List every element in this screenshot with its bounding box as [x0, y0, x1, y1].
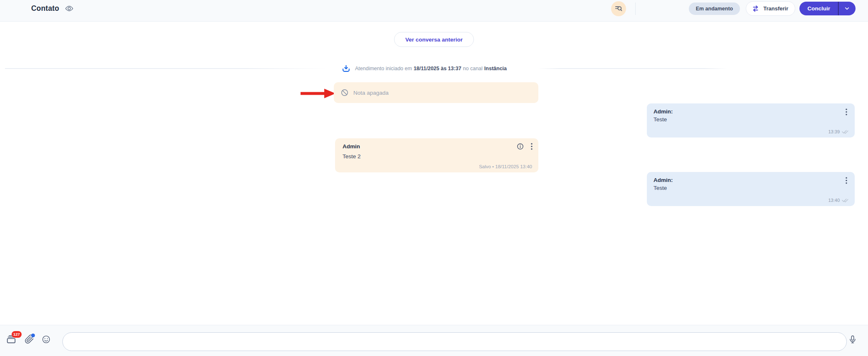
- conclude-button[interactable]: Concluir: [799, 2, 838, 15]
- kebab-icon: [846, 177, 847, 184]
- message-meta: 13:39: [828, 129, 849, 134]
- microphone-icon: [848, 334, 857, 345]
- record-audio-button[interactable]: [848, 334, 857, 345]
- message-composer: 127: [0, 325, 868, 356]
- header-divider: [635, 2, 636, 15]
- system-event-prefix: Atendimento iniciado em: [355, 66, 412, 71]
- conversation-started-icon: [342, 64, 350, 73]
- kebab-icon: [531, 143, 533, 150]
- message-text: Teste: [653, 116, 848, 123]
- ban-icon: [341, 89, 348, 96]
- eye-icon: [65, 4, 74, 13]
- message-input[interactable]: [62, 332, 847, 351]
- system-event: Atendimento iniciado em 18/11/2025 às 13…: [342, 63, 507, 74]
- note-actions: [517, 143, 533, 150]
- message-text: Teste: [653, 185, 848, 191]
- message-bubble: Admin: Teste 13:39: [647, 103, 855, 137]
- double-check-icon: [842, 129, 849, 134]
- note-menu-button[interactable]: [531, 143, 533, 150]
- deleted-note-label: Nota apagada: [353, 90, 389, 96]
- conclude-split-button: Concluir: [799, 2, 856, 15]
- search-messages-button[interactable]: [611, 1, 626, 16]
- note-meta: Salvo • 18/11/2025 13:40: [479, 164, 532, 169]
- deleted-note: Nota apagada: [334, 82, 538, 103]
- system-event-datetime: 18/11/2025 às 13:37: [414, 66, 461, 71]
- header-actions: Em andamento Transferir Concluir: [611, 1, 856, 16]
- note-bubble: Admin Teste 2 Salvo •: [335, 138, 538, 172]
- transfer-arrows-icon: [752, 5, 760, 12]
- attachment-notification-dot: [31, 334, 35, 337]
- system-divider-line-left: [5, 68, 328, 69]
- note-author: Admin: [343, 143, 531, 150]
- status-badge: Em andamento: [689, 2, 740, 15]
- smiley-icon: [42, 335, 51, 344]
- transfer-button[interactable]: Transferir: [746, 1, 795, 16]
- message-menu-button[interactable]: [845, 108, 848, 116]
- message-time: 13:39: [828, 129, 840, 134]
- message-time: 13:40: [828, 198, 840, 203]
- view-contact-button[interactable]: [65, 4, 74, 13]
- conclude-options-button[interactable]: [838, 2, 856, 15]
- conclude-button-label: Concluir: [807, 5, 830, 12]
- system-divider-line-right: [538, 68, 727, 69]
- list-search-icon: [614, 5, 622, 12]
- transfer-button-label: Transferir: [763, 5, 788, 12]
- double-check-icon: [842, 197, 849, 203]
- previous-conversation-button[interactable]: Ver conversa anterior: [394, 32, 474, 47]
- message-bubble: Admin: Teste 13:40: [647, 172, 855, 206]
- chat-area: Ver conversa anterior Atendimento inicia…: [0, 22, 868, 325]
- chevron-down-icon: [844, 5, 850, 12]
- message-author: Admin:: [653, 177, 848, 183]
- emoji-button[interactable]: [42, 335, 51, 344]
- message-meta: 13:40: [828, 197, 849, 203]
- message-author: Admin:: [653, 108, 848, 115]
- conversation-header: Contato Em andamento: [0, 0, 868, 22]
- quick-replies-count-badge: 127: [12, 331, 22, 338]
- system-event-text: Atendimento iniciado em 18/11/2025 às 13…: [355, 66, 507, 71]
- system-event-channel: Instância: [484, 66, 507, 71]
- note-text: Teste 2: [343, 153, 531, 160]
- page-title: Contato: [31, 4, 59, 13]
- kebab-icon: [846, 108, 847, 115]
- message-menu-button[interactable]: [845, 176, 848, 185]
- system-event-connector: no canal: [463, 66, 483, 71]
- note-info-button[interactable]: [517, 143, 524, 150]
- annotation-arrow: [301, 88, 336, 99]
- info-icon: [517, 143, 524, 150]
